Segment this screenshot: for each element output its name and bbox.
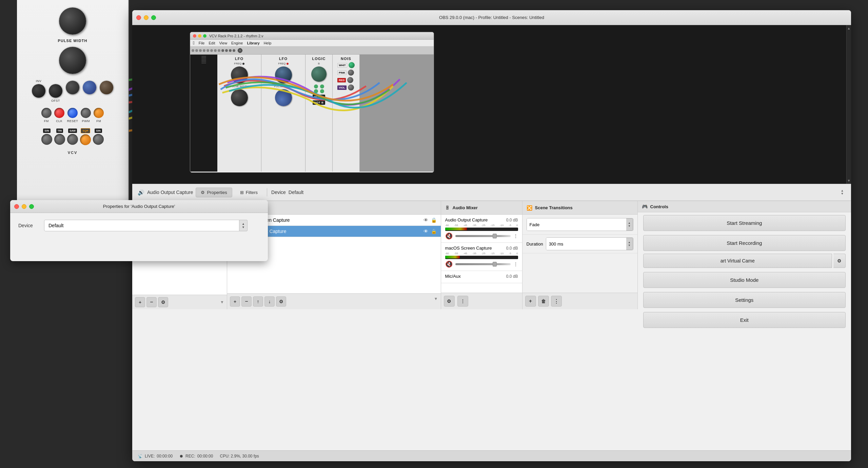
audio-screen-mute-btn[interactable]: 🔇 <box>445 260 453 268</box>
default-tab-label[interactable]: Default <box>289 190 303 195</box>
props-scroll-arrows[interactable]: ▲ ▼ <box>839 186 846 199</box>
audio-output-menu-btn[interactable]: ⋮ <box>513 233 518 239</box>
transitions-menu-btn[interactable]: ⋮ <box>551 296 562 307</box>
dark-panel-left <box>190 55 217 172</box>
audio-output-db: 0.0 dB <box>506 218 518 222</box>
vcv-apple-menubar:  File Edit View Engine Library Help <box>190 40 434 46</box>
lfo2-pw-knob[interactable] <box>275 89 292 106</box>
sqr-port[interactable] <box>80 134 91 145</box>
controls-panel: 🎮 Controls Start Streaming Start Recordi… <box>638 201 851 309</box>
screen-capture-lock-btn[interactable]: 🔒 <box>431 217 437 223</box>
audio-output-fader[interactable] <box>455 235 511 237</box>
dialog-title: Properties for 'Audio Output Capture' <box>103 204 175 209</box>
audio-capture-eye-btn[interactable]: 👁 <box>423 229 428 234</box>
audio-screen-header: macOS Screen Capture 0.0 dB <box>445 246 518 251</box>
fm-port-label: FM <box>44 119 49 123</box>
properties-tab[interactable]: ⚙ Properties <box>196 188 232 197</box>
sources-gear-btn[interactable]: ⚙ <box>276 296 286 307</box>
start-recording-button[interactable]: Start Recording <box>643 235 846 251</box>
vcv-menu-edit[interactable]: Edit <box>209 41 215 45</box>
controls-title: Controls <box>650 204 668 209</box>
fm2-knob[interactable] <box>83 81 96 94</box>
audio-mixer-gear-btn[interactable]: ⚙ <box>444 296 455 307</box>
minimize-button[interactable] <box>144 15 149 20</box>
transition-type-select[interactable]: Fade <box>527 218 626 231</box>
settings-button[interactable]: Settings <box>643 292 846 308</box>
pwm-port[interactable] <box>81 108 91 118</box>
lfo1-pw-knob[interactable] <box>231 89 248 106</box>
preview-scroll-down[interactable]: ▼ <box>847 179 851 182</box>
audio-output-header: Audio Output Capture 0.0 dB <box>445 217 518 222</box>
dialog-device-select[interactable]: Default <box>44 220 239 231</box>
vcv-menu-help[interactable]: Help <box>264 41 272 45</box>
logic-b-knob[interactable] <box>311 66 327 82</box>
ext-knob[interactable] <box>100 81 113 94</box>
transitions-add-btn[interactable]: + <box>525 296 536 307</box>
lfo-module-1: LFO FREQ PULSE WIDTH <box>217 55 261 172</box>
vcv-menu-library[interactable]: Library <box>247 41 259 45</box>
screen-capture-eye-btn[interactable]: 👁 <box>423 217 428 223</box>
device-tab-label[interactable]: Device <box>271 190 286 195</box>
duration-arrows[interactable]: ▲ ▼ <box>626 238 633 250</box>
pulse-width-knob-bottom[interactable] <box>59 47 86 74</box>
pulse-width-knob-top[interactable] <box>59 7 86 35</box>
audio-output-mute-btn[interactable]: 🔇 <box>445 232 453 240</box>
scenes-toolbar: + − ⚙ ▼ <box>132 295 227 309</box>
dialog-min-btn[interactable] <box>22 204 26 209</box>
obs-titlebar: OBS 29.0.0 (mac) - Profile: Untitled - S… <box>132 10 851 25</box>
reset-port[interactable] <box>67 108 78 118</box>
virtual-camera-button[interactable]: art Virtual Came <box>643 254 832 268</box>
scenes-add-btn[interactable]: + <box>135 297 145 307</box>
sources-remove-btn[interactable]: − <box>241 296 252 307</box>
maximize-button[interactable] <box>151 15 156 20</box>
sources-collapse-btn[interactable]: ▼ <box>434 296 438 307</box>
studio-mode-button[interactable]: Studio Mode <box>643 272 846 288</box>
properties-tab-label: Properties <box>207 190 227 195</box>
scenes-collapse-btn[interactable]: ▼ <box>220 300 224 305</box>
exit-button[interactable]: Exit <box>643 312 846 328</box>
sources-add-btn[interactable]: + <box>230 296 240 307</box>
vcv-menu-view[interactable]: View <box>219 41 227 45</box>
lfo2-freq-knob[interactable] <box>275 66 292 83</box>
dialog-select-arrow[interactable]: ▲ ▼ <box>239 220 248 231</box>
dialog-max-btn[interactable] <box>29 204 34 209</box>
transitions-delete-btn[interactable]: 🗑 <box>538 296 549 307</box>
fm3-port[interactable] <box>94 108 104 118</box>
scenes-remove-btn[interactable]: − <box>146 297 157 307</box>
vcv-inner-traffic <box>193 34 206 38</box>
inv-knob[interactable] <box>32 84 45 98</box>
saw-port[interactable] <box>67 134 78 145</box>
start-streaming-button[interactable]: Start Streaming <box>643 215 846 231</box>
clk-port[interactable] <box>54 108 64 118</box>
window-buttons <box>136 15 156 20</box>
lfo1-freq-knob[interactable] <box>231 66 248 83</box>
audio-screen-fader[interactable] <box>455 263 511 265</box>
dialog-close-btn[interactable] <box>14 204 19 209</box>
vcv-menu-file[interactable]: File <box>199 41 205 45</box>
ofst-knob[interactable] <box>49 84 62 98</box>
scenes-filter-btn[interactable]: ⚙ <box>158 297 168 307</box>
transitions-title: Scene Transitions <box>535 205 573 210</box>
sin2-port[interactable] <box>93 134 104 145</box>
close-button[interactable] <box>136 15 141 20</box>
virtual-camera-gear-btn[interactable]: ⚙ <box>833 254 846 268</box>
dialog-device-row: Device Default ▲ ▼ <box>18 220 260 231</box>
vcv-menu-engine[interactable]: Engine <box>231 41 243 45</box>
audio-capture-actions: 👁 🔒 <box>423 229 437 234</box>
preview-scroll-up[interactable]: ▲ <box>847 26 851 30</box>
audio-capture-lock-btn[interactable]: 🔒 <box>431 229 437 234</box>
tri-port[interactable] <box>54 134 65 145</box>
sin-port[interactable] <box>41 134 52 145</box>
duration-input[interactable] <box>546 238 626 250</box>
sources-down-btn[interactable]: ↓ <box>264 296 275 307</box>
preview-scrollbar[interactable]: ▲ ▼ <box>846 25 851 184</box>
source-audio-icon: 🔊 <box>138 189 144 196</box>
filters-tab[interactable]: ⊞ Filters <box>235 188 263 197</box>
audio-screen-menu-btn[interactable]: ⋮ <box>513 261 518 267</box>
fm-port[interactable] <box>41 108 52 118</box>
pwm-knob[interactable] <box>66 81 79 94</box>
sources-up-btn[interactable]: ↑ <box>253 296 263 307</box>
transition-select-arrow[interactable]: ▲ ▼ <box>626 218 633 231</box>
audio-mixer-title: Audio Mixer <box>453 205 478 210</box>
audio-mixer-menu-btn[interactable]: ⋮ <box>457 296 468 307</box>
